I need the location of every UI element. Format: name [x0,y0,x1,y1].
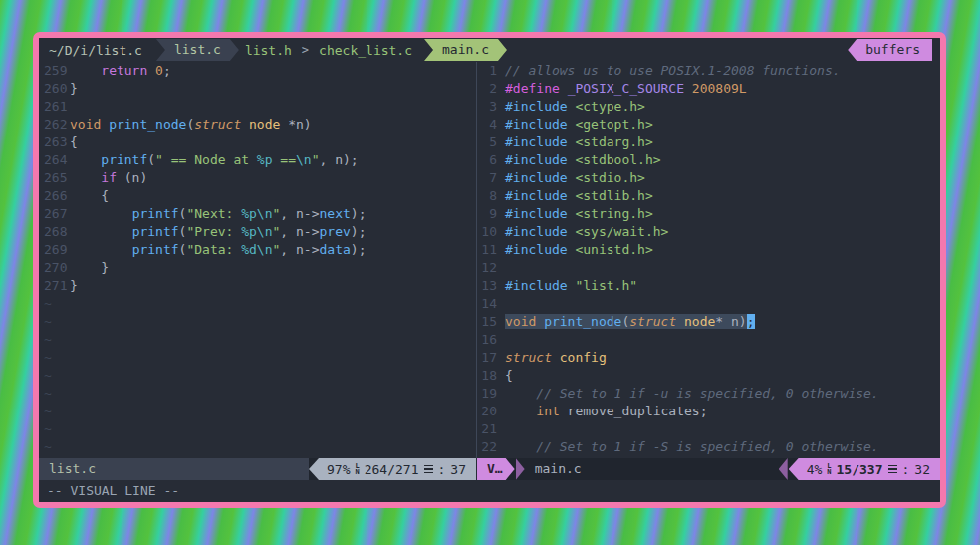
scroll-percent: 4% [807,462,823,477]
line-number: 4 [477,116,497,134]
code-line[interactable]: 10#include <sys/wait.h> [477,223,940,241]
line-number: 14 [477,295,497,313]
line-number: 15 [477,313,497,331]
code-text: #include <string.h> [505,205,653,223]
empty-line: ~ [39,331,476,349]
pane-main-c[interactable]: 1// allows us to use POSIX.1-2008 functi… [476,62,940,458]
code-line[interactable]: 259 return 0; [39,62,476,80]
buffers-badge: buffers [848,39,932,61]
line-number-icon: LN [356,463,360,475]
code-line[interactable]: 268 printf("Prev: %p\n", n->prev); [39,223,476,241]
line-number: 19 [477,385,497,403]
code-line[interactable]: 11#include <unistd.h> [477,241,940,259]
code-line[interactable]: 264 printf(" == Node at %p ==\n", n); [39,151,476,169]
tilde-marker: ~ [39,367,62,385]
tab-list-h[interactable]: list.h [239,43,298,58]
empty-line: ~ [39,349,476,367]
code-text: #include <stdarg.h> [505,134,653,151]
line-number: 269 [39,241,62,259]
tab-label: main.c [442,42,489,57]
code-line[interactable]: 7#include <stdio.h> [477,169,940,187]
code-line[interactable]: 1// allows us to use POSIX.1-2008 functi… [477,62,940,80]
line-number: 266 [39,187,62,205]
editor-splits: 259 return 0;260}261262void print_node(s… [39,62,940,458]
code-text: printf("Next: %p\n", n->next); [70,205,366,223]
code-text: } [70,80,78,98]
code-text: if (n) [70,169,147,187]
code-text: #include <stdlib.h> [505,187,653,205]
line-number: 16 [477,331,497,349]
code-text: { [70,134,78,151]
code-line[interactable]: 12 [477,259,940,277]
line-number: 268 [39,223,62,241]
code-text: void print_node(struct node *n) [70,116,312,134]
code-text: #include <stdio.h> [505,169,645,187]
code-line[interactable]: 2#define _POSIX_C_SOURCE 200809L [477,80,940,98]
line-number: 9 [477,205,497,223]
statusline-position-segment: 97% LN 264/271 : 37 [309,458,476,480]
line-number: 263 [39,134,62,151]
empty-line: ~ [39,438,476,456]
line-number: 267 [39,205,62,223]
empty-line: ~ [39,403,476,420]
tab-main-c-active[interactable]: main.c [424,39,507,61]
pane-list-c[interactable]: 259 return 0;260}261262void print_node(s… [39,62,476,458]
code-text: } [70,259,109,277]
powerline-separator-icon [779,458,788,480]
code-text: #include <getopt.h> [505,116,653,134]
code-line[interactable]: 20 int remove_duplicates; [477,403,940,420]
code-line[interactable]: 16 [477,331,940,349]
code-line[interactable]: 3#include <ctype.h> [477,98,940,116]
line-number: 13 [477,277,497,295]
code-line[interactable]: 22 // Set to 1 if -S is specified, 0 oth… [477,438,940,456]
code-line[interactable]: 260} [39,80,476,98]
statusline-filename: list.c [39,458,309,480]
line-number: 20 [477,403,497,420]
code-line[interactable]: 21 [477,420,940,438]
statusline-position-segment: 4% LN 15/337 : 32 [789,458,940,480]
empty-line: ~ [39,367,476,385]
line-number-icon: LN [827,463,831,475]
scroll-percent: 97% [327,462,350,477]
code-line[interactable]: 15void print_node(struct node* n); [477,313,940,331]
code-line[interactable]: 19 // Set to 1 if -u is specified, 0 oth… [477,385,940,403]
code-line[interactable]: 9#include <string.h> [477,205,940,223]
statusline-row: list.c 97% LN 264/271 : 37 V… main.c 4% … [39,458,940,480]
code-line[interactable]: 271} [39,277,476,295]
tilde-marker: ~ [39,403,62,420]
line-number: 270 [39,259,62,277]
tab-label: list.c [174,42,221,57]
line-number: 2 [477,80,497,98]
code-line[interactable]: 270 } [39,259,476,277]
line-number: 259 [39,62,62,80]
code-line[interactable]: 269 printf("Data: %d\n", n->data); [39,241,476,259]
tilde-marker: ~ [39,331,62,349]
line-number: 22 [477,438,497,456]
line-number: 265 [39,169,62,187]
code-line[interactable]: 6#include <stdbool.h> [477,151,940,169]
line-number: 11 [477,241,497,259]
code-line[interactable]: 263{ [39,134,476,151]
code-line[interactable]: 4#include <getopt.h> [477,116,940,134]
code-text: printf("Data: %d\n", n->data); [70,241,366,259]
command-line-mode-message: -- VISUAL LINE -- [39,480,940,502]
code-line[interactable]: 13#include "list.h" [477,277,940,295]
code-line[interactable]: 14 [477,295,940,313]
code-line[interactable]: 266 { [39,187,476,205]
code-line[interactable]: 17struct config [477,349,940,367]
code-line[interactable]: 262void print_node(struct node *n) [39,116,476,134]
tab-check-list-c[interactable]: check_list.c [313,43,418,58]
code-line[interactable]: 267 printf("Next: %p\n", n->next); [39,205,476,223]
code-line[interactable]: 265 if (n) [39,169,476,187]
tilde-marker: ~ [39,420,62,438]
code-line[interactable]: 5#include <stdarg.h> [477,134,940,151]
code-line[interactable]: 8#include <stdlib.h> [477,187,940,205]
tab-list-c[interactable]: list.c [156,39,239,61]
code-text: // allows us to use POSIX.1-2008 functio… [505,62,841,80]
chevron-right-icon: > [298,43,313,57]
code-line[interactable]: 261 [39,98,476,116]
cursor-block: ; [747,314,755,329]
cursor-position: 264/271 [365,462,419,477]
tilde-marker: ~ [39,295,62,313]
code-line[interactable]: 18{ [477,367,940,385]
